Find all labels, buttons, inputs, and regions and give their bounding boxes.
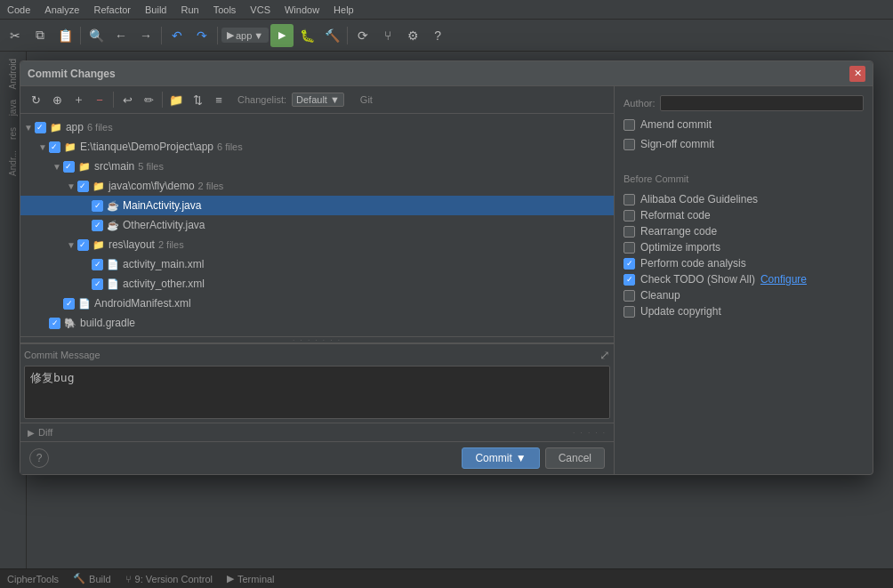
checkbox-cleanup[interactable]	[623, 290, 635, 302]
build-button[interactable]: 🔨	[320, 24, 343, 47]
file-name: res\layout	[109, 238, 155, 251]
tree-item[interactable]: ✓☕MainActivity.java	[20, 196, 614, 215]
tree-checkbox[interactable]: ✓	[49, 141, 60, 153]
tree-item[interactable]: ▼✓📁E:\tianque\DemoProject\app6 files	[20, 137, 614, 157]
sync-button[interactable]: ⟳	[351, 24, 374, 47]
cancel-button[interactable]: Cancel	[545, 447, 605, 469]
resize-handle[interactable]: · · · · · · ·	[20, 336, 614, 343]
tree-arrow[interactable]: ▼	[24, 123, 33, 133]
tree-checkbox[interactable]: ✓	[63, 298, 75, 310]
author-input[interactable]	[660, 95, 864, 111]
expand-btn[interactable]: ⊕	[47, 90, 67, 109]
tree-checkbox[interactable]: ✓	[77, 181, 89, 192]
tree-item[interactable]: ✓🐘build.gradle	[20, 313, 614, 333]
checkbox-alibaba[interactable]	[623, 194, 635, 205]
tree-checkbox[interactable]: ✓	[49, 318, 60, 329]
commit-dropdown-arrow[interactable]: ▼	[516, 452, 527, 464]
amend-commit-checkbox[interactable]	[623, 119, 635, 131]
tree-checkbox[interactable]: ✓	[35, 122, 46, 133]
terminal-tab[interactable]: ▶ Terminal	[227, 573, 275, 584]
undo-button[interactable]: ↶	[165, 24, 189, 47]
checkbox-rearrange[interactable]	[623, 226, 635, 238]
close-button[interactable]: ✕	[849, 66, 865, 82]
vcs-button[interactable]: ⑂	[376, 24, 399, 47]
commit-msg-input[interactable]	[24, 366, 610, 419]
expand-icon[interactable]: ⤢	[599, 348, 610, 362]
checkbox-perform-code-analysis[interactable]: ✓	[623, 258, 635, 270]
cut-button[interactable]: ✂	[4, 24, 27, 47]
tree-checkbox[interactable]: ✓	[92, 200, 103, 212]
checkbox-update-copyright[interactable]	[623, 306, 635, 318]
tree-item[interactable]: ▼✓📁src\main5 files	[20, 157, 614, 176]
link-check-todo[interactable]: Configure	[760, 273, 807, 286]
tree-checkbox[interactable]: ✓	[92, 259, 103, 270]
run-button[interactable]: ▶	[270, 24, 294, 47]
group-btn[interactable]: ≡	[209, 90, 229, 109]
file-name: E:\tianque\DemoProject\app	[80, 141, 213, 153]
version-control-tab[interactable]: ⑂ 9: Version Control	[125, 574, 213, 584]
changelist-select[interactable]: Default ▼	[292, 93, 344, 107]
diff-arrow[interactable]: ▶	[28, 428, 35, 438]
tree-item[interactable]: ▼✓📁app6 files	[20, 117, 614, 137]
checkbox-check-todo[interactable]: ✓	[623, 274, 635, 286]
tree-arrow[interactable]: ▼	[67, 181, 76, 191]
sort-btn[interactable]: ⇅	[188, 90, 207, 109]
menu-window[interactable]: Window	[281, 4, 323, 15]
file-count: 2 files	[158, 239, 184, 250]
refresh-btn[interactable]: ↻	[26, 90, 45, 109]
redo-button[interactable]: ↷	[190, 24, 213, 47]
folder-btn[interactable]: 📁	[166, 90, 186, 109]
nav-back[interactable]: ←	[109, 24, 133, 47]
file-name: activity_main.xml	[123, 258, 204, 270]
tree-arrow[interactable]: ▼	[52, 162, 61, 172]
menu-refactor[interactable]: Refactor	[90, 4, 134, 15]
settings-button[interactable]: ⚙	[401, 24, 424, 47]
label-reformat: Reformat code	[640, 209, 711, 222]
run-config-dropdown[interactable]: ▶ app ▼	[221, 28, 269, 43]
find-button[interactable]: 🔍	[84, 24, 108, 47]
menu-analyze[interactable]: Analyze	[41, 4, 83, 15]
tree-checkbox[interactable]: ✓	[92, 278, 103, 290]
label-cleanup: Cleanup	[640, 289, 680, 302]
tree-checkbox[interactable]: ✓	[92, 220, 103, 231]
file-icon: ☕	[107, 200, 119, 212]
commit-button[interactable]: Commit ▼	[462, 447, 539, 469]
tree-arrow[interactable]: ▼	[38, 142, 47, 152]
checkbox-optimize[interactable]	[623, 242, 635, 254]
sign-off-checkbox[interactable]	[623, 139, 635, 150]
build-tab[interactable]: 🔨 Build	[73, 573, 110, 584]
help-main-button[interactable]: ?	[426, 24, 449, 47]
nav-forward[interactable]: →	[134, 24, 157, 47]
tree-item[interactable]: ✓📄activity_main.xml	[20, 254, 614, 274]
tree-item[interactable]: ✓☕OtherActivity.java	[20, 215, 614, 235]
menu-tools[interactable]: Tools	[210, 4, 240, 15]
tree-checkbox[interactable]: ✓	[77, 239, 89, 251]
label-rearrange: Rearrange code	[640, 225, 717, 238]
diff-resize[interactable]: · · · · ·	[573, 429, 607, 437]
debug-button[interactable]: 🐛	[295, 24, 318, 47]
tree-item[interactable]: ✓📄activity_other.xml	[20, 274, 614, 294]
tree-arrow[interactable]: ▼	[67, 240, 76, 250]
before-commit-checks: Alibaba Code GuidelinesReformat codeRear…	[623, 193, 864, 321]
file-icon: 📁	[93, 239, 105, 251]
add-btn[interactable]: ＋	[68, 90, 88, 109]
menu-code[interactable]: Code	[4, 4, 34, 15]
vc-icon: ⑂	[125, 574, 132, 584]
menu-vcs[interactable]: VCS	[246, 4, 274, 15]
remove-btn[interactable]: −	[90, 90, 109, 109]
tree-checkbox[interactable]: ✓	[63, 161, 75, 173]
dt-sep-2	[162, 92, 163, 108]
help-button[interactable]: ?	[29, 448, 49, 468]
tree-item[interactable]: ▼✓📁res\layout2 files	[20, 235, 614, 254]
copy-button[interactable]: ⧉	[28, 24, 52, 47]
menu-build[interactable]: Build	[141, 4, 170, 15]
checkbox-reformat[interactable]	[623, 210, 635, 222]
cipher-tools-tab[interactable]: CipherTools	[7, 574, 59, 584]
revert-btn[interactable]: ↩	[117, 90, 137, 109]
menu-run[interactable]: Run	[177, 4, 202, 15]
tree-item[interactable]: ✓📄AndroidManifest.xml	[20, 294, 614, 313]
paste-button[interactable]: 📋	[53, 24, 76, 47]
tree-item[interactable]: ▼✓📁java\com\fly\demo2 files	[20, 176, 614, 196]
edit-btn[interactable]: ✏	[139, 90, 158, 109]
menu-help[interactable]: Help	[330, 4, 358, 15]
